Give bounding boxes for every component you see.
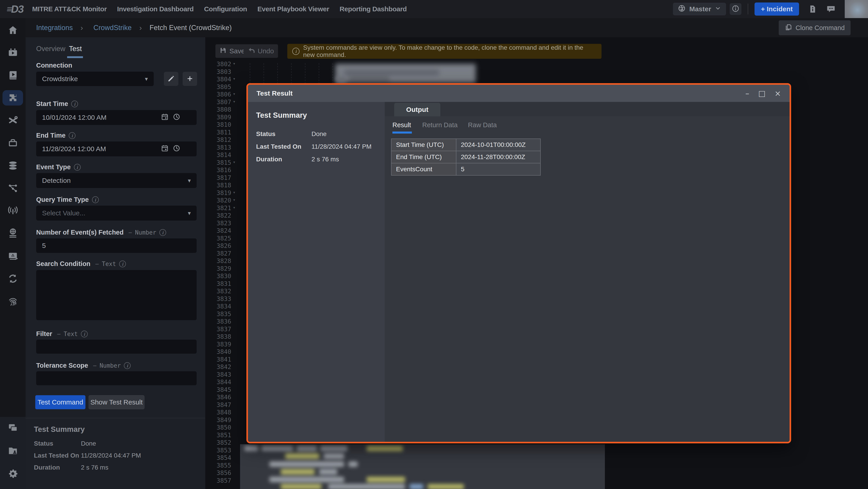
fold-caret-icon[interactable]: ▾ xyxy=(233,91,236,97)
windows-icon[interactable] xyxy=(0,423,26,433)
fingerprint-icon[interactable] xyxy=(0,296,26,307)
nav-item-2[interactable]: Configuration xyxy=(204,5,247,13)
tab-output[interactable]: Output xyxy=(394,103,440,117)
info-icon[interactable]: i xyxy=(92,196,99,203)
test-command-button[interactable]: Test Command xyxy=(35,395,86,409)
fold-caret-icon[interactable]: ▾ xyxy=(233,76,236,82)
info-button[interactable] xyxy=(730,3,741,15)
edit-connection-button[interactable] xyxy=(164,72,178,86)
close-button[interactable]: × xyxy=(775,90,781,97)
line-number: 3815▾ xyxy=(205,159,231,166)
minimize-button[interactable]: – xyxy=(745,90,749,97)
home-icon[interactable] xyxy=(0,25,26,35)
info-icon[interactable]: i xyxy=(74,164,81,171)
fold-caret-icon[interactable]: ▾ xyxy=(233,197,236,202)
num-events-input[interactable] xyxy=(36,238,197,253)
event-type-select[interactable]: Detection▾ xyxy=(36,173,197,188)
event-monitor-icon[interactable] xyxy=(0,47,26,58)
nav-item-0[interactable]: MITRE ATT&CK Monitor xyxy=(32,5,107,13)
network-icon[interactable] xyxy=(0,183,26,193)
line-number: 3817 xyxy=(205,174,231,181)
line-number: 3839 xyxy=(205,341,231,348)
line-number: 3822 xyxy=(205,212,231,219)
line-number-gutter[interactable]: 3802▾38033804▾38053806▾3807▾380838093810… xyxy=(205,37,240,489)
new-incident-button[interactable]: + Incident xyxy=(754,2,799,15)
info-icon[interactable]: i xyxy=(119,261,126,267)
utility-commands-icon[interactable] xyxy=(0,115,26,126)
fold-caret-icon[interactable]: ▾ xyxy=(233,205,236,210)
query-time-type-select[interactable]: Select Value...▾ xyxy=(36,206,197,221)
subtab-result[interactable]: Result xyxy=(393,121,412,134)
output-tab-strip xyxy=(385,102,789,117)
clone-command-button[interactable]: Clone Command xyxy=(779,20,850,35)
subtab-raw-data[interactable]: Raw Data xyxy=(468,121,497,134)
breadcrumb-current: Fetch Event (CrowdStrike) xyxy=(149,24,232,32)
filter-input[interactable] xyxy=(36,339,197,354)
d3-logo[interactable]: ≡ D3 xyxy=(6,3,24,15)
user-folder-icon[interactable] xyxy=(0,446,26,456)
line-number: 3854 xyxy=(205,454,231,461)
data-source-icon[interactable] xyxy=(0,160,26,171)
settings-gear-icon[interactable] xyxy=(0,468,26,479)
query-time-type-label: Query Time Typei xyxy=(36,196,99,203)
plus-icon xyxy=(186,75,194,83)
fold-caret-icon[interactable]: ▾ xyxy=(233,99,236,104)
subtab-return-data[interactable]: Return Data xyxy=(422,121,458,134)
start-time-input[interactable]: 10/01/2024 12:00 AM xyxy=(36,110,197,125)
active-tab-underline xyxy=(67,56,83,58)
summary-value: Done xyxy=(311,130,327,138)
chat-icon[interactable] xyxy=(826,4,836,14)
search-condition-textarea[interactable] xyxy=(36,270,197,320)
show-test-result-button[interactable]: Show Test Result xyxy=(89,395,145,409)
tab-test[interactable]: Test xyxy=(69,45,82,53)
release-notes-icon[interactable] xyxy=(808,4,817,13)
end-time-input[interactable]: 11/28/2024 12:00 AM xyxy=(36,141,197,156)
info-icon[interactable]: i xyxy=(71,101,78,107)
playbook-icon[interactable] xyxy=(0,70,26,80)
test-summary-title: Test Summary xyxy=(34,425,85,434)
result-value: 2024-11-28T00:00:00Z xyxy=(456,151,540,163)
undo-button[interactable]: Undo xyxy=(244,44,278,58)
info-icon[interactable]: i xyxy=(124,362,131,369)
breadcrumb-crowdstrike[interactable]: CrowdStrike xyxy=(93,24,131,32)
modal-header[interactable]: Test Result – □ × xyxy=(248,85,789,102)
summary-row: Last Tested On11/28/2024 04:47 PM xyxy=(34,452,197,459)
line-number: 3835 xyxy=(205,311,231,318)
result-key: EventsCount xyxy=(391,163,456,175)
site-selector[interactable]: Master xyxy=(673,3,726,15)
data-sync-icon[interactable] xyxy=(0,273,26,284)
tolerance-scope-input[interactable] xyxy=(36,371,197,385)
line-number: 3806▾ xyxy=(205,91,231,98)
broadcast-icon[interactable] xyxy=(0,205,26,216)
d3-logo-text: D3 xyxy=(10,3,24,15)
line-number: 3844 xyxy=(205,379,231,386)
nav-right-cluster: Master + Incident xyxy=(673,0,868,18)
tab-overview[interactable]: Overview xyxy=(36,45,65,53)
nav-item-3[interactable]: Event Playbook Viewer xyxy=(257,5,329,13)
integrations-icon[interactable] xyxy=(0,93,26,103)
modal-body: Test Summary StatusDoneLast Tested On11/… xyxy=(248,102,789,442)
fold-caret-icon[interactable]: ▾ xyxy=(233,159,236,165)
line-number: 3823 xyxy=(205,220,231,227)
connection-select[interactable]: Crowdstrike▾ xyxy=(36,72,154,86)
user-avatar[interactable] xyxy=(845,0,868,18)
line-number: 3828 xyxy=(205,257,231,264)
fold-caret-icon[interactable]: ▾ xyxy=(233,190,236,195)
fold-caret-icon[interactable]: ▾ xyxy=(233,61,236,66)
indent-guide xyxy=(264,63,264,83)
incident-report-icon[interactable] xyxy=(0,251,26,261)
info-icon[interactable]: i xyxy=(159,229,166,236)
nav-item-4[interactable]: Reporting Dashboard xyxy=(340,5,407,13)
maximize-button[interactable]: □ xyxy=(758,90,765,97)
info-icon[interactable]: i xyxy=(81,331,88,337)
info-icon[interactable]: i xyxy=(69,132,75,139)
case-box-icon[interactable] xyxy=(0,138,26,148)
geo-report-icon[interactable] xyxy=(0,228,26,238)
indent-guide xyxy=(333,63,333,83)
breadcrumb-integrations[interactable]: Integrations xyxy=(36,24,73,32)
line-number: 3846 xyxy=(205,394,231,401)
result-table-row: Start Time (UTC)2024-10-01T00:00:00Z xyxy=(391,139,540,151)
line-number: 3856 xyxy=(205,469,231,476)
nav-item-1[interactable]: Investigation Dashboard xyxy=(117,5,194,13)
add-connection-button[interactable] xyxy=(183,72,197,86)
